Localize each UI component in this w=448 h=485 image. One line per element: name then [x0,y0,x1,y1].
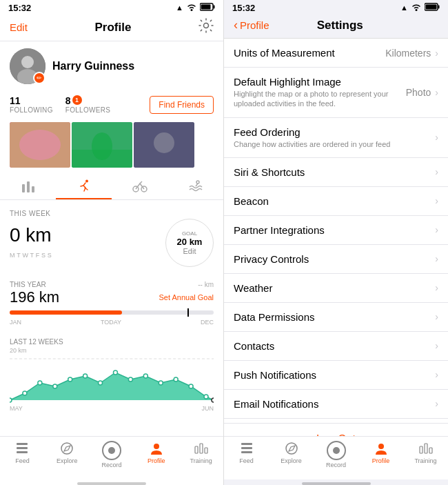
settings-data-permissions[interactable]: Data Permissions › [224,303,448,332]
following-item[interactable]: 11 FOLLOWING [10,95,53,114]
chart-area [10,355,214,404]
left-time: 15:32 [8,3,31,13]
settings-partner-chevron: › [435,224,438,235]
nav-training[interactable]: Training [179,441,223,468]
settings-push[interactable]: Push Notifications › [224,361,448,390]
right-nav-profile-label: Profile [372,457,390,464]
settings-push-title: Push Notifications [234,369,435,381]
tab-swim[interactable] [167,175,223,199]
svg-point-33 [159,381,163,385]
home-indicator-right [302,482,371,485]
svg-point-32 [143,374,147,378]
year-section: THIS YEAR -- km 196 km Set Annual Goal J… [0,277,223,330]
week-km: 0 km M T W T F S S [10,224,52,261]
photo-strip [0,119,223,172]
svg-point-9 [19,130,61,160]
settings-feed-ordering[interactable]: Feed Ordering Change how activities are … [224,118,448,158]
svg-rect-17 [32,186,34,192]
avatar-edit-badge[interactable]: ✏ [33,72,45,84]
goal-edit[interactable]: Edit [183,247,196,255]
nav-feed[interactable]: Feed [0,441,45,468]
nav-explore[interactable]: Explore [45,441,90,468]
tab-run[interactable] [56,175,112,199]
gear-icon[interactable] [198,18,214,37]
goal-circle[interactable]: GOAL 20 km Edit [165,219,214,267]
right-nav-record[interactable]: Record [314,441,358,468]
photo-thumb-1 [10,122,70,168]
right-time: 15:32 [232,3,255,13]
year-km-row: 196 km Set Annual Goal [10,288,214,306]
svg-point-46 [416,9,418,11]
tab-stats[interactable] [0,175,56,199]
svg-point-24 [23,391,27,395]
right-nav-feed-label: Feed [239,457,254,464]
settings-privacy[interactable]: Privacy Controls › ⬅ [224,245,448,274]
svg-rect-48 [438,6,440,9]
svg-point-6 [21,56,34,68]
this-week-label: THIS WEEK [10,210,214,217]
settings-data-permissions-content: Data Permissions [234,311,435,323]
settings-highlight[interactable]: Default Highlight Image Highlight the ma… [224,68,448,118]
goal-value: 20 km [177,237,203,247]
settings-privacy-chevron: › [435,253,438,264]
right-status-bar: 15:32 ▲ [224,0,448,15]
settings-partner[interactable]: Partner Integrations › [224,216,448,245]
record-button[interactable] [102,441,121,460]
year-km: 196 km [10,288,59,306]
settings-units[interactable]: Units of Measurement Kilometers › [224,39,448,68]
right-nav-feed[interactable]: Feed [224,441,269,468]
followers-count: 81 [65,95,82,106]
settings-privacy-title: Privacy Controls [234,253,435,265]
year-dashes: -- km [198,281,214,288]
settings-weather-chevron: › [435,282,438,293]
svg-point-18 [85,180,88,183]
find-friends-button[interactable]: Find Friends [150,96,214,114]
edit-button[interactable]: Edit [10,21,28,33]
svg-rect-15 [22,184,25,192]
settings-beacon[interactable]: Beacon › [224,187,448,216]
back-label: Profile [240,19,269,31]
followers-item[interactable]: 81 FOLLOWERS [65,95,111,114]
year-bar-marker [187,308,189,317]
tab-bike[interactable] [112,175,167,199]
settings-units-value: Kilometers [385,48,431,59]
settings-contacts-content: Contacts [234,340,435,352]
training-icon [194,441,209,456]
svg-rect-38 [17,443,28,445]
settings-beacon-chevron: › [435,195,438,206]
chart-may: MAY [10,405,23,412]
right-nav-profile[interactable]: Profile [358,441,403,468]
svg-point-28 [83,374,88,378]
chart-max-label: 20 km [10,347,214,354]
right-header: ‹ Profile Settings [224,15,448,39]
set-annual-goal[interactable]: Set Annual Goal [159,293,214,301]
settings-contacts[interactable]: Contacts › [224,332,448,361]
right-record-button[interactable] [327,441,346,460]
back-button[interactable]: ‹ Profile [234,18,269,32]
avatar: ✏ [10,48,45,84]
profile-section: ✏ Harry Guinness [0,41,223,91]
svg-point-0 [191,9,193,11]
settings-title: Settings [317,19,363,32]
svg-point-29 [99,381,103,385]
svg-point-4 [203,23,208,28]
following-count: 11 [10,95,21,106]
settings-data-permissions-title: Data Permissions [234,311,435,323]
nav-profile[interactable]: Profile [134,441,179,468]
settings-email[interactable]: Email Notifications › [224,390,448,419]
chart-label: LAST 12 WEEKS [10,338,214,346]
svg-point-35 [189,384,193,388]
settings-feed-ordering-title: Feed Ordering [234,126,435,138]
svg-rect-39 [17,447,28,449]
settings-weather[interactable]: Weather › [224,274,448,303]
svg-point-21 [196,181,199,184]
right-nav-explore[interactable]: Explore [269,441,314,468]
svg-point-36 [204,395,208,399]
nav-record[interactable]: Record [90,441,134,468]
settings-push-chevron: › [435,369,438,380]
settings-siri[interactable]: Siri & Shortcuts › [224,158,448,187]
right-nav-training[interactable]: Training [403,441,448,468]
settings-weather-title: Weather [234,282,435,294]
photo-thumb-2 [72,122,132,168]
svg-rect-43 [195,446,198,453]
